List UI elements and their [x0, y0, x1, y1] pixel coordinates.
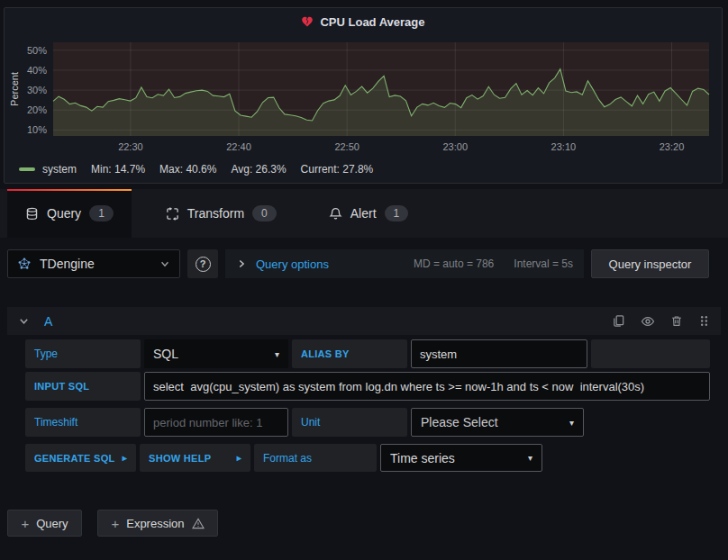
- query-row-actions: [612, 314, 710, 329]
- alias-by-label: ALIAS BY: [292, 339, 407, 368]
- query-options-bar: Query options MD = auto = 786 Interval =…: [225, 249, 584, 278]
- chevron-down-icon: [159, 258, 170, 269]
- svg-text:50%: 50%: [27, 45, 47, 56]
- hide-query-icon[interactable]: [641, 314, 655, 329]
- warning-triangle-icon: [192, 518, 205, 529]
- svg-text:30%: 30%: [27, 85, 47, 95]
- database-icon: [25, 207, 39, 221]
- tab-query-badge: 1: [89, 205, 114, 221]
- format-as-label: Format as: [254, 444, 377, 472]
- graph-panel: CPU Load Average 10%20%30%40%50%22:3022:…: [4, 7, 723, 184]
- show-help-button[interactable]: SHOW HELP ▸: [140, 444, 250, 472]
- generate-sql-label: GENERATE SQL: [34, 453, 115, 464]
- type-label: Type: [25, 339, 141, 368]
- format-as-select[interactable]: Time series ▾: [380, 444, 542, 472]
- query-inspector-button[interactable]: Query inspector: [591, 249, 709, 278]
- chevron-right-icon[interactable]: [236, 258, 247, 269]
- row-filler: [591, 339, 710, 368]
- svg-text:23:20: 23:20: [660, 141, 685, 152]
- legend-stat-min[interactable]: Min: 14.7%: [91, 163, 145, 176]
- transform-icon: [166, 207, 179, 221]
- caret-down-icon: ▾: [569, 418, 574, 428]
- caret-right-icon: ▸: [123, 453, 127, 463]
- svg-text:40%: 40%: [27, 65, 47, 76]
- datasource-picker[interactable]: TDengine: [7, 249, 180, 278]
- alert-heartbreak-icon: [301, 15, 314, 28]
- tab-alert-label: Alert: [350, 206, 377, 221]
- interval-summary: Interval = 5s: [514, 257, 573, 270]
- panel-header[interactable]: CPU Load Average: [5, 8, 722, 35]
- bell-icon: [329, 207, 342, 221]
- format-as-value: Time series: [390, 451, 455, 465]
- max-data-points-summary: MD = auto = 786: [414, 257, 494, 270]
- input-sql-input[interactable]: [144, 372, 710, 401]
- tab-alert[interactable]: Alert 1: [311, 189, 426, 238]
- cpu-load-chart: 10%20%30%40%50%22:3022:4022:5023:0023:10…: [6, 37, 722, 161]
- add-expression-label: Expression: [126, 517, 184, 530]
- unit-label: Unit: [292, 408, 407, 437]
- delete-query-icon[interactable]: [670, 314, 683, 328]
- datasource-name: TDengine: [40, 257, 95, 271]
- unit-select[interactable]: Please Select ▾: [411, 408, 584, 437]
- alias-by-input[interactable]: [411, 339, 587, 368]
- timeshift-label: Timeshift: [25, 408, 141, 437]
- svg-text:10%: 10%: [27, 124, 47, 135]
- svg-text:20%: 20%: [27, 104, 47, 115]
- tab-transform[interactable]: Transform 0: [148, 189, 295, 238]
- query-row-header[interactable]: A: [7, 307, 721, 335]
- legend-stat-max[interactable]: Max: 40.6%: [159, 163, 216, 176]
- unit-select-value: Please Select: [421, 415, 498, 429]
- show-help-label: SHOW HELP: [149, 453, 211, 464]
- add-expression-button[interactable]: + Expression: [97, 510, 218, 537]
- svg-text:23:10: 23:10: [551, 141, 577, 152]
- timeshift-input[interactable]: [144, 408, 288, 437]
- query-options-toggle[interactable]: Query options: [256, 257, 329, 271]
- input-sql-label: INPUT SQL: [25, 372, 141, 401]
- svg-text:22:30: 22:30: [118, 141, 143, 152]
- svg-text:23:00: 23:00: [442, 141, 468, 152]
- add-query-button[interactable]: + Query: [7, 510, 82, 537]
- plus-icon: +: [21, 516, 29, 531]
- tdengine-logo-icon: [17, 257, 32, 271]
- caret-down-icon: ▾: [528, 453, 532, 463]
- collapse-chevron-icon[interactable]: [18, 315, 30, 327]
- tab-query-label: Query: [47, 206, 81, 221]
- type-select-value: SQL: [153, 347, 178, 361]
- editor-tabbar: Query 1 Transform 0 Alert 1: [0, 189, 728, 238]
- generate-sql-button[interactable]: GENERATE SQL ▸: [25, 444, 136, 472]
- plus-icon: +: [111, 516, 119, 531]
- legend-series-name[interactable]: system: [42, 163, 77, 176]
- tab-query[interactable]: Query 1: [7, 189, 132, 238]
- caret-right-icon: ▸: [237, 453, 241, 463]
- type-select[interactable]: SQL ▾: [144, 339, 288, 368]
- legend-stat-current[interactable]: Current: 27.8%: [301, 163, 374, 176]
- tab-transform-label: Transform: [187, 206, 244, 221]
- chart-legend: system Min: 14.7% Max: 40.6% Avg: 26.3% …: [19, 163, 373, 176]
- tab-alert-badge: 1: [385, 205, 409, 221]
- svg-text:Percent: Percent: [9, 72, 20, 106]
- drag-handle-icon[interactable]: [698, 314, 710, 328]
- datasource-help-button[interactable]: ?: [187, 249, 218, 278]
- tab-transform-badge: 0: [252, 205, 277, 221]
- duplicate-query-icon[interactable]: [612, 314, 625, 328]
- caret-down-icon: ▾: [275, 349, 279, 359]
- legend-stat-avg[interactable]: Avg: 26.3%: [231, 163, 286, 176]
- svg-text:22:50: 22:50: [334, 141, 359, 152]
- add-query-label: Query: [36, 517, 68, 530]
- help-icon: ?: [196, 257, 211, 272]
- query-ref-id: A: [44, 314, 52, 329]
- svg-text:22:40: 22:40: [226, 141, 251, 152]
- panel-title: CPU Load Average: [320, 15, 424, 29]
- legend-series-color: [19, 167, 35, 171]
